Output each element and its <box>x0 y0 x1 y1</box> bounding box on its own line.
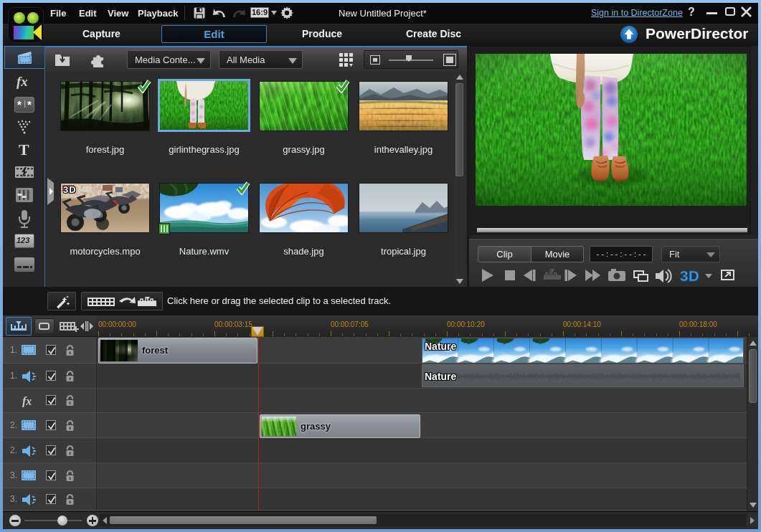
svg-text:fx: fx <box>22 395 32 407</box>
svg-text:fx: fx <box>16 75 28 89</box>
svg-text:3D: 3D <box>680 267 699 284</box>
